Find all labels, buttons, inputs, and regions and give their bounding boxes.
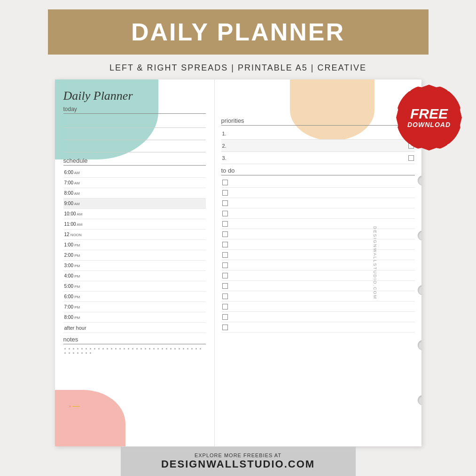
note-dot [157,348,159,349]
todo-checkbox[interactable] [222,273,228,278]
todo-checkbox[interactable] [222,294,228,299]
priorities-list: 1.2.3. [221,127,415,164]
note-dot [81,352,83,354]
todo-list [221,177,415,333]
schedule-row: 10:00 AM [63,209,206,219]
todo-checkbox[interactable] [222,221,228,227]
right-page: priorities 1.2.3. to do DESIGNWALLSTUDIO… [215,79,421,446]
time-label: 7:00 AM [64,180,93,185]
todo-checkbox[interactable] [222,180,228,185]
today-line-short [63,142,206,152]
schedule-row: 6:00 AM [63,167,206,178]
note-dot [77,352,78,354]
note-dot [166,348,167,349]
binder-hole-4 [418,285,421,295]
todo-checkbox[interactable] [222,231,228,237]
binder-hole-3 [418,230,421,241]
todo-row [221,198,415,208]
time-label: 10:00 AM [64,211,93,216]
note-dot [145,348,146,349]
priority-num: 2. [222,143,226,149]
priorities-label: priorities [221,117,415,126]
note-dot [69,348,70,349]
todo-label: to do [221,167,415,175]
time-label: 5:00 PM [64,284,93,289]
after-hour-row: after hour [63,323,206,333]
schedule-row: 9:00 AM [63,198,206,209]
time-label: 12 NOON [64,232,93,237]
note-dot [200,348,201,349]
priority-num: 1. [222,131,226,136]
priority-row: 1. [221,127,415,140]
notes-section: notes [63,336,206,356]
priority-row: 2. [221,140,415,152]
note-dot [73,348,74,349]
time-label: 1:00 PM [64,242,93,247]
note-dot [140,348,142,349]
todo-row [221,291,415,301]
schedule-row: 7:00 AM [63,178,206,188]
schedule-row: 4:00 PM [63,271,206,281]
note-dot [64,348,66,349]
schedule-row: 6:00 PM [63,292,206,302]
note-dot [73,352,74,354]
schedule-row: 3:00 PM [63,261,206,271]
deco-dot [69,405,71,407]
watermark-text: DESIGNWALLSTUDIO.COM [373,226,377,300]
time-label: 2:00 PM [64,253,93,258]
note-dot [107,348,108,349]
note-dot [94,348,95,349]
free-badge: FREE DOWNLOAD [396,85,462,151]
todo-checkbox[interactable] [222,283,228,289]
time-label: 9:00 AM [64,201,93,206]
time-label: 4:00 PM [64,273,93,278]
time-label: 6:00 AM [64,170,93,175]
todo-checkbox[interactable] [222,242,228,247]
todo-row [221,177,415,188]
planner-script-title: Daily Planner [63,89,206,103]
time-label: 7:00 PM [64,304,93,309]
note-dot [162,348,163,349]
left-page: Daily Planner today schedule 6:00 AM7:00… [55,79,215,446]
today-line-2 [63,130,206,140]
schedule-row: 11:00 AM [63,219,206,230]
todo-row [221,301,415,312]
deco-lines [69,405,80,409]
note-dot [86,348,87,349]
schedule-row: 7:00 PM [63,302,206,312]
todo-row [221,322,415,333]
schedule-row: 1:00 PM [63,240,206,250]
priority-checkbox[interactable] [408,155,414,161]
schedule-row: 2:00 PM [63,250,206,261]
todo-checkbox[interactable] [222,200,228,206]
time-label: 11:00 AM [64,222,93,227]
note-dot [153,348,155,349]
todo-row [221,260,415,270]
todo-checkbox[interactable] [222,314,228,320]
note-dot [187,348,188,349]
todo-checkbox[interactable] [222,325,228,330]
explore-large-text: DESIGNWALLSTUDIO.COM [130,458,346,470]
explore-small-text: EXPLORE MORE FREEBIES AT [130,452,346,458]
todo-checkbox[interactable] [222,304,228,309]
today-line-short-b [94,142,206,152]
note-dot [119,348,121,349]
time-label: 8:00 PM [64,315,93,320]
binder-hole-2 [418,175,421,186]
todo-row [221,229,415,239]
todo-checkbox[interactable] [222,190,228,196]
today-label: today [63,106,206,114]
deco-line-h [72,406,80,407]
todo-row [221,219,415,229]
time-label: 3:00 PM [64,263,93,268]
schedule-list: 6:00 AM7:00 AM8:00 AM9:00 AM10:00 AM11:0… [63,167,206,323]
todo-checkbox[interactable] [222,211,228,216]
today-lines [63,118,206,152]
todo-checkbox[interactable] [222,252,228,258]
note-dot [111,348,112,349]
header-title: DAILY PLANNER [62,18,414,46]
todo-row [221,239,415,250]
note-dot [195,348,197,349]
todo-checkbox[interactable] [222,262,228,268]
todo-row [221,312,415,322]
